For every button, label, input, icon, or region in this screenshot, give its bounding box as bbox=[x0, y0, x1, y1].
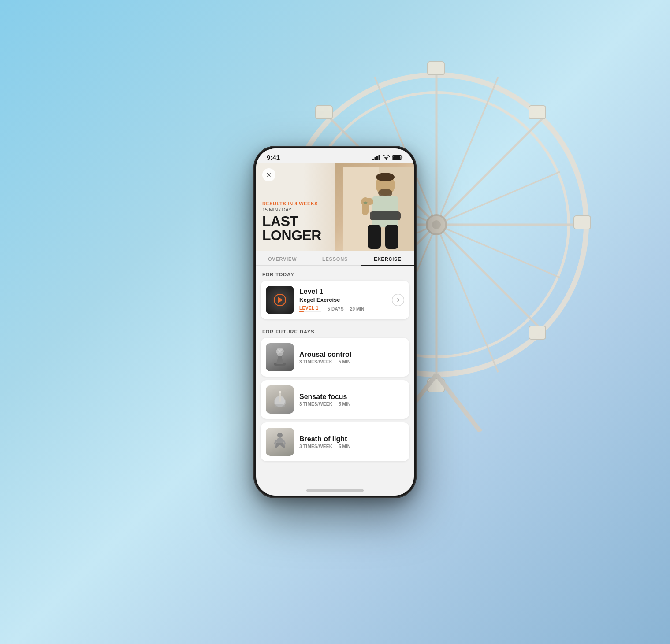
kegel-duration: 20 MIN bbox=[350, 307, 364, 311]
kegel-card-body: Level 1 Kegel Exercise LEVEL 1 5 DAYS 20… bbox=[299, 288, 387, 312]
arousal-thumbnail bbox=[266, 343, 294, 371]
results-label: RESULTS IN 4 WEEKS bbox=[262, 201, 321, 206]
svg-point-48 bbox=[275, 404, 285, 407]
title-line1: LAST bbox=[262, 214, 321, 228]
wifi-icon bbox=[383, 155, 390, 160]
svg-rect-36 bbox=[362, 197, 368, 215]
breath-frequency: 3 TIMES/WEEK bbox=[299, 444, 332, 449]
breath-thumbnail bbox=[266, 428, 294, 456]
home-bar bbox=[306, 489, 364, 492]
level-label: LEVEL 1 bbox=[299, 306, 321, 311]
svg-rect-37 bbox=[370, 211, 401, 220]
for-future-days-label: FOR FUTURE DAYS bbox=[256, 323, 414, 338]
tab-exercise[interactable]: EXERCISE bbox=[361, 251, 414, 265]
level-bar-fill bbox=[299, 311, 304, 312]
hero-background-image bbox=[335, 163, 414, 251]
svg-rect-25 bbox=[379, 155, 380, 160]
sensate-card[interactable]: Sensate focus 3 TIMES/WEEK 5 MIN bbox=[261, 380, 409, 419]
arousal-frequency: 3 TIMES/WEEK bbox=[299, 359, 332, 364]
hero-title: LAST LONGER bbox=[262, 214, 321, 242]
svg-point-32 bbox=[376, 173, 395, 181]
sensate-icon bbox=[266, 385, 294, 414]
kegel-meta: LEVEL 1 5 DAYS 20 MIN bbox=[299, 306, 387, 312]
battery-icon bbox=[392, 155, 403, 160]
svg-point-26 bbox=[386, 159, 387, 160]
kegel-title-line1: Level 1 bbox=[299, 288, 387, 296]
sensate-card-body: Sensate focus 3 TIMES/WEEK 5 MIN bbox=[299, 393, 404, 407]
sensate-thumbnail bbox=[266, 385, 294, 414]
hero-section: ✕ RESULTS IN 4 WEEKS 15 MIN / DAY LAST L… bbox=[256, 163, 414, 251]
breath-title: Breath of light bbox=[299, 435, 404, 443]
tabs-bar: OVERVIEW LESSONS EXERCISE bbox=[256, 251, 414, 266]
svg-rect-28 bbox=[393, 156, 401, 159]
kegel-days: 5 DAYS bbox=[328, 307, 344, 311]
svg-point-11 bbox=[432, 220, 441, 229]
home-indicator bbox=[256, 485, 414, 496]
sensate-frequency: 3 TIMES/WEEK bbox=[299, 402, 332, 407]
svg-rect-16 bbox=[316, 106, 332, 119]
tab-lessons[interactable]: LESSONS bbox=[309, 251, 361, 265]
kegel-title-line2: Kegel Exercise bbox=[299, 296, 387, 303]
arousal-duration: 5 MIN bbox=[339, 359, 350, 364]
content-scroll[interactable]: FOR TODAY Level 1 Kegel Exercise LEVEL bbox=[256, 266, 414, 485]
play-icon bbox=[274, 294, 286, 306]
kegel-thumbnail bbox=[266, 286, 294, 314]
title-line2: LONGER bbox=[262, 228, 321, 242]
status-bar: 9:41 bbox=[256, 148, 414, 163]
kegel-exercise-card[interactable]: Level 1 Kegel Exercise LEVEL 1 5 DAYS 20… bbox=[261, 281, 409, 319]
close-button[interactable]: ✕ bbox=[262, 168, 275, 181]
svg-rect-18 bbox=[529, 106, 546, 119]
sensate-duration: 5 MIN bbox=[339, 402, 350, 407]
phone-frame: 9:41 bbox=[253, 146, 417, 498]
chevron-right-icon bbox=[396, 298, 399, 302]
svg-rect-17 bbox=[529, 326, 546, 339]
svg-rect-22 bbox=[372, 159, 374, 160]
svg-rect-23 bbox=[375, 157, 376, 160]
svg-rect-38 bbox=[368, 225, 381, 249]
arousal-card[interactable]: Arousal control 3 TIMES/WEEK 5 MIN bbox=[261, 338, 409, 377]
breath-icon bbox=[266, 428, 294, 456]
svg-rect-15 bbox=[574, 216, 591, 229]
breath-card-body: Breath of light 3 TIMES/WEEK 5 MIN bbox=[299, 435, 404, 449]
kegel-chevron-button[interactable] bbox=[392, 294, 404, 306]
arousal-title: Arousal control bbox=[299, 351, 404, 359]
breath-duration: 5 MIN bbox=[339, 444, 350, 449]
phone-screen: 9:41 bbox=[256, 148, 414, 496]
breath-meta: 3 TIMES/WEEK 5 MIN bbox=[299, 444, 404, 449]
svg-rect-46 bbox=[279, 392, 281, 402]
status-time: 9:41 bbox=[267, 154, 280, 161]
min-day-label: 15 MIN / DAY bbox=[262, 207, 321, 212]
svg-rect-12 bbox=[428, 62, 444, 75]
svg-rect-24 bbox=[376, 156, 378, 160]
arousal-card-body: Arousal control 3 TIMES/WEEK 5 MIN bbox=[299, 351, 404, 364]
svg-rect-39 bbox=[385, 225, 398, 249]
level-group: LEVEL 1 bbox=[299, 306, 321, 312]
play-triangle bbox=[278, 297, 283, 303]
tab-overview[interactable]: OVERVIEW bbox=[256, 251, 309, 265]
svg-point-49 bbox=[277, 433, 283, 438]
hero-content: RESULTS IN 4 WEEKS 15 MIN / DAY LAST LON… bbox=[262, 201, 321, 242]
level-bar-container bbox=[299, 311, 321, 312]
svg-line-21 bbox=[436, 374, 480, 432]
signal-icon bbox=[372, 155, 380, 160]
close-icon: ✕ bbox=[266, 171, 272, 178]
arousal-icon bbox=[266, 343, 294, 371]
sensate-title: Sensate focus bbox=[299, 393, 404, 401]
status-icons bbox=[372, 155, 403, 160]
breath-card[interactable]: Breath of light 3 TIMES/WEEK 5 MIN bbox=[261, 422, 409, 461]
sensate-meta: 3 TIMES/WEEK 5 MIN bbox=[299, 402, 404, 407]
arousal-meta: 3 TIMES/WEEK 5 MIN bbox=[299, 359, 404, 364]
for-today-label: FOR TODAY bbox=[256, 266, 414, 281]
svg-point-47 bbox=[279, 391, 281, 393]
phone-wrapper: 9:41 bbox=[253, 146, 417, 498]
